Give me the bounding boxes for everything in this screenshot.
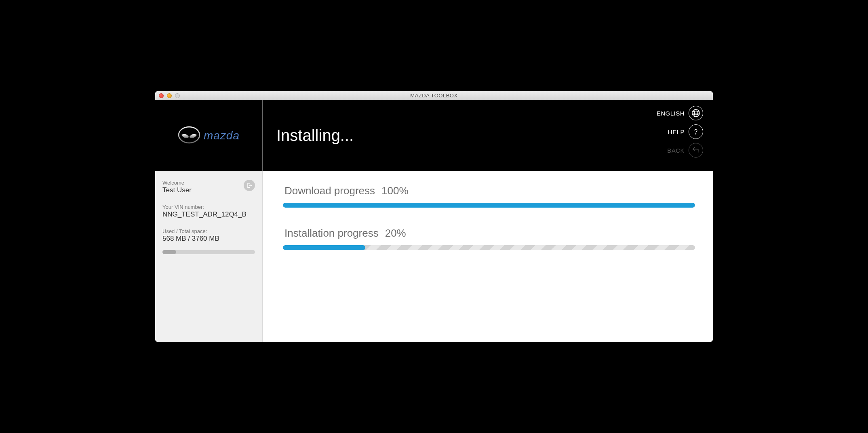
logout-button[interactable]	[244, 180, 255, 191]
vin-value: NNG_TEST_ADR_12Q4_B	[162, 210, 255, 219]
vin-block: Your VIN number: NNG_TEST_ADR_12Q4_B	[162, 204, 255, 219]
main-panel: Download progress 100% Installation prog…	[263, 171, 713, 342]
app-header: mazda Installing... ENGLISH	[155, 100, 713, 171]
storage-bar	[162, 250, 255, 254]
sidebar: Welcome Test User Your VIN number: NNG_T…	[155, 171, 263, 342]
header-buttons: ENGLISH HELP	[657, 106, 703, 158]
space-label: Used / Total space:	[162, 228, 255, 234]
mazda-emblem-icon	[178, 126, 200, 145]
app-window: MAZDA TOOLBOX	[155, 91, 713, 342]
back-label: BACK	[667, 147, 685, 154]
svg-point-4	[695, 134, 696, 134]
page-title: Installing...	[276, 126, 354, 145]
header-main: Installing... ENGLISH	[263, 100, 713, 171]
content-row: Welcome Test User Your VIN number: NNG_T…	[155, 171, 713, 342]
vin-label: Your VIN number:	[162, 204, 255, 210]
back-button: BACK	[667, 143, 703, 158]
traffic-lights	[155, 93, 180, 98]
question-icon	[689, 124, 703, 139]
help-label: HELP	[668, 128, 685, 135]
download-progress-percent: 100%	[381, 185, 409, 197]
window-maximize-button[interactable]	[175, 93, 180, 98]
welcome-label: Welcome	[162, 180, 255, 186]
install-progress-fill	[283, 245, 365, 250]
back-arrow-icon	[689, 143, 703, 158]
install-progress-label: Installation progress	[284, 227, 379, 240]
storage-fill	[162, 250, 176, 254]
space-block: Used / Total space: 568 MB / 3760 MB	[162, 228, 255, 243]
logout-icon	[246, 182, 253, 189]
window-minimize-button[interactable]	[167, 93, 172, 98]
mazda-wordmark: mazda	[204, 129, 240, 142]
download-progress-bar	[283, 203, 695, 208]
window-title: MAZDA TOOLBOX	[410, 92, 457, 99]
space-value: 568 MB / 3760 MB	[162, 235, 255, 243]
welcome-block: Welcome Test User	[162, 180, 255, 194]
globe-icon	[689, 106, 703, 120]
download-progress-fill	[283, 203, 695, 208]
window-titlebar: MAZDA TOOLBOX	[155, 91, 713, 100]
install-progress-block: Installation progress 20%	[283, 227, 697, 250]
install-progress-header: Installation progress 20%	[283, 227, 697, 240]
install-progress-bar	[283, 245, 695, 250]
mazda-logo: mazda	[178, 126, 240, 145]
logo-section: mazda	[155, 100, 263, 171]
language-button[interactable]: ENGLISH	[657, 106, 703, 120]
username: Test User	[162, 186, 255, 194]
install-progress-percent: 20%	[385, 227, 406, 240]
download-progress-header: Download progress 100%	[283, 185, 697, 197]
download-progress-block: Download progress 100%	[283, 185, 697, 208]
help-button[interactable]: HELP	[668, 124, 703, 139]
language-label: ENGLISH	[657, 110, 685, 117]
app-body: mazda Installing... ENGLISH	[155, 100, 713, 342]
download-progress-label: Download progress	[284, 185, 375, 197]
window-close-button[interactable]	[159, 93, 164, 98]
